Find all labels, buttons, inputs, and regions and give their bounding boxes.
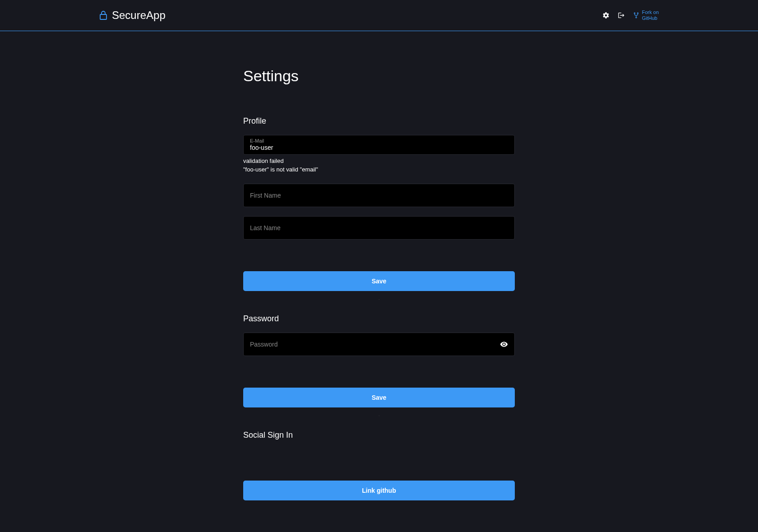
logo-section: SecureApp xyxy=(99,9,166,22)
profile-section-title: Profile xyxy=(243,116,515,126)
email-label: E-Mail xyxy=(250,138,508,143)
git-fork-icon xyxy=(633,12,639,19)
validation-error-line1: validation failed xyxy=(243,157,515,164)
lock-icon xyxy=(99,10,107,20)
password-input[interactable] xyxy=(250,341,508,348)
profile-save-button[interactable]: Save xyxy=(243,271,515,291)
page-title: Settings xyxy=(243,67,515,85)
app-name: SecureApp xyxy=(112,9,166,22)
fork-github-label: Fork on GitHub xyxy=(642,9,659,21)
fork-github-link[interactable]: Fork on GitHub xyxy=(633,9,659,21)
link-github-button[interactable]: Link github xyxy=(243,481,515,500)
svg-point-2 xyxy=(637,13,638,14)
svg-rect-0 xyxy=(100,14,106,19)
settings-icon-button[interactable] xyxy=(602,12,610,19)
eye-icon[interactable] xyxy=(500,340,508,348)
first-name-input[interactable] xyxy=(250,192,508,199)
logout-icon-button[interactable] xyxy=(618,12,625,19)
email-field-wrapper[interactable]: E-Mail xyxy=(243,135,515,155)
password-save-button[interactable]: Save xyxy=(243,388,515,407)
password-field-wrapper[interactable] xyxy=(243,333,515,356)
first-name-field-wrapper[interactable] xyxy=(243,184,515,207)
last-name-field-wrapper[interactable] xyxy=(243,216,515,240)
password-section-title: Password xyxy=(243,314,515,324)
validation-error-line2: "foo-user" is not valid "email" xyxy=(243,166,515,173)
email-input[interactable] xyxy=(250,144,508,151)
svg-point-1 xyxy=(634,13,635,14)
svg-point-3 xyxy=(636,17,637,18)
social-section-title: Social Sign In xyxy=(243,430,515,440)
last-name-input[interactable] xyxy=(250,224,508,231)
